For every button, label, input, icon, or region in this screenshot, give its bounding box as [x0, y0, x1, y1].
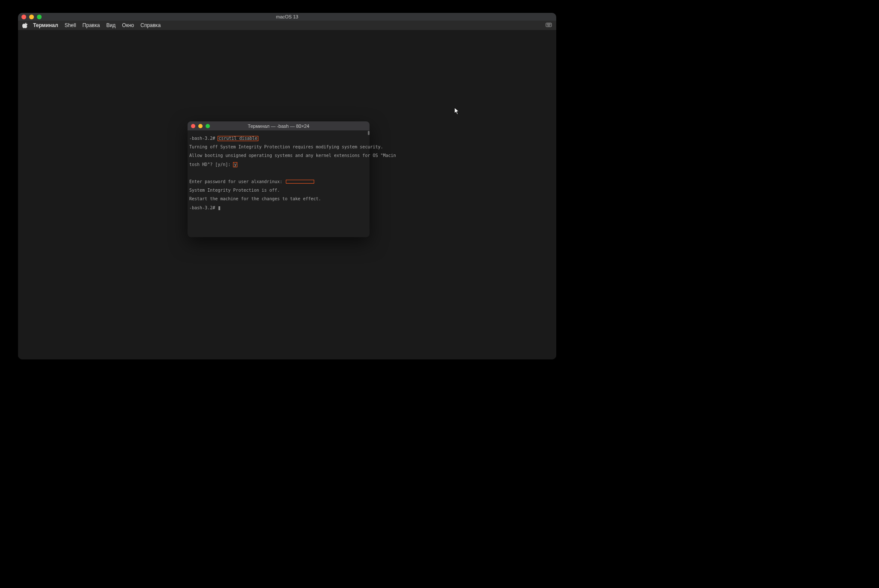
vm-window: macOS 13 Терминал Shell Правка Вид Окно …	[18, 13, 556, 359]
menu-view[interactable]: Вид	[106, 22, 116, 28]
close-icon[interactable]	[21, 15, 26, 19]
terminal-output-line: System Integrity Protection is off.	[189, 188, 368, 193]
terminal-titlebar[interactable]: Терминал — -bash — 80×24	[188, 121, 370, 130]
apple-logo-icon[interactable]	[22, 23, 28, 28]
terminal-output-line: Allow booting unsigned operating systems…	[189, 154, 368, 158]
highlighted-password-input	[286, 180, 314, 184]
highlighted-answer: y	[233, 162, 237, 167]
terminal-prompt: -bash-3.2#	[189, 136, 218, 141]
highlighted-command: csrutil disable	[218, 136, 258, 141]
terminal-traffic-lights	[191, 121, 210, 130]
terminal-output-line: Enter password for user alxandrinux:	[189, 179, 285, 184]
vm-window-title: macOS 13	[276, 14, 298, 19]
terminal-output-line: Turning off System Integrity Protection …	[189, 145, 368, 149]
zoom-icon[interactable]	[206, 124, 210, 128]
macos-desktop[interactable]: Терминал — -bash — 80×24 -bash-3.2# csru…	[18, 30, 556, 359]
terminal-output-line: Restart the machine for the changes to t…	[189, 197, 368, 201]
zoom-icon[interactable]	[37, 15, 42, 19]
menu-app-name[interactable]: Терминал	[33, 22, 58, 28]
menu-shell[interactable]: Shell	[64, 22, 76, 28]
terminal-prompt: -bash-3.2#	[189, 205, 218, 210]
vm-traffic-lights	[21, 13, 42, 21]
terminal-content[interactable]: -bash-3.2# csrutil disable Turning off S…	[188, 130, 370, 219]
minimize-icon[interactable]	[198, 124, 203, 128]
keyboard-input-icon[interactable]	[546, 22, 552, 28]
terminal-window[interactable]: Терминал — -bash — 80×24 -bash-3.2# csru…	[188, 121, 370, 237]
terminal-cursor-icon	[218, 206, 220, 210]
close-icon[interactable]	[191, 124, 195, 128]
menu-help[interactable]: Справка	[140, 22, 161, 28]
vm-titlebar[interactable]: macOS 13	[18, 13, 556, 21]
terminal-blank-line	[189, 171, 368, 175]
menu-edit[interactable]: Правка	[82, 22, 100, 28]
macos-menubar: Терминал Shell Правка Вид Окно Справка	[18, 21, 556, 30]
terminal-output-line: tosh HD"? [y/n]:	[189, 162, 233, 167]
menu-window[interactable]: Окно	[122, 22, 134, 28]
minimize-icon[interactable]	[29, 15, 34, 19]
mouse-cursor-icon	[454, 107, 460, 115]
terminal-window-title: Терминал — -bash — 80×24	[248, 124, 309, 129]
